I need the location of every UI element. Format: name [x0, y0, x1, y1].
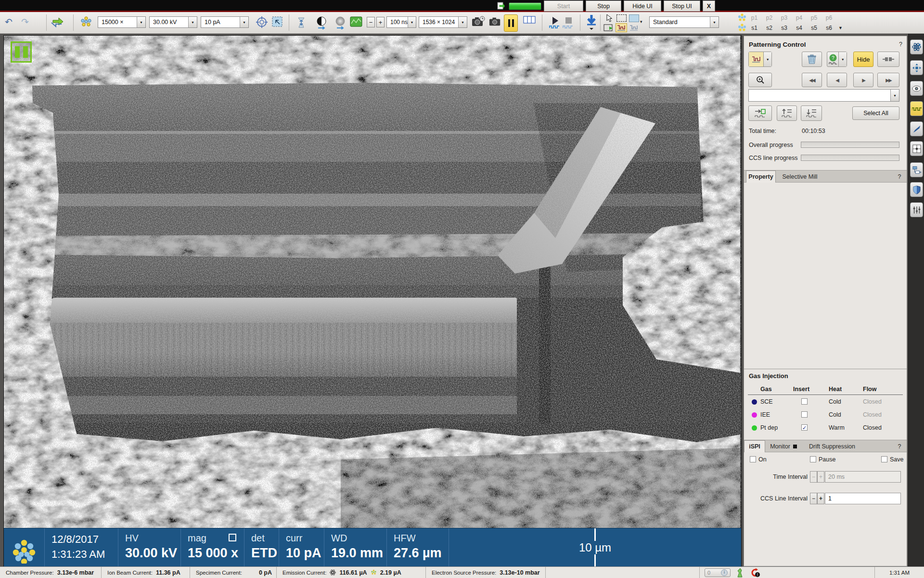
redo-icon[interactable]: ↷: [21, 16, 29, 27]
preset-s1[interactable]: s1: [747, 25, 762, 31]
last-pattern-button[interactable]: ▶▶: [877, 73, 899, 87]
tab-ispi[interactable]: iSPI: [744, 440, 765, 452]
patterning-help-button[interactable]: ?: [899, 41, 902, 48]
dwell-decrease-button[interactable]: −: [367, 17, 375, 27]
close-panel-button[interactable]: X: [703, 0, 715, 12]
preset-p3[interactable]: p3: [777, 14, 792, 21]
ispi-help-button[interactable]: ?: [893, 440, 906, 452]
ispi-save-checkbox[interactable]: [881, 456, 887, 462]
info-icon: i: [721, 569, 728, 576]
ccs-interval-increase[interactable]: +: [817, 493, 824, 504]
beam-current-select[interactable]: 10 pA▼: [201, 16, 249, 28]
auto-focus-icon[interactable]: [295, 16, 308, 29]
reduced-area-icon[interactable]: [271, 16, 283, 27]
stop-ui-button[interactable]: Stop UI: [664, 0, 700, 12]
queue-counter[interactable]: 0 i: [705, 568, 731, 577]
voltage-select[interactable]: 30.00 kV▼: [149, 16, 197, 28]
contrast-icon[interactable]: [315, 16, 328, 29]
move-pattern-down-button[interactable]: [801, 105, 822, 121]
play-patterning-icon[interactable]: [549, 16, 561, 29]
preset-select[interactable]: Standard▼: [649, 16, 719, 28]
dwell-increase-button[interactable]: +: [376, 17, 385, 27]
pattern-help-button[interactable]: ? ▼: [827, 52, 847, 67]
property-help-button[interactable]: ?: [893, 171, 906, 183]
preset-s3[interactable]: s3: [777, 25, 792, 31]
preset-p1[interactable]: p1: [747, 14, 762, 21]
preset-s2[interactable]: s2: [762, 25, 777, 31]
ispi-pause-checkbox[interactable]: [810, 456, 816, 462]
brightness-icon[interactable]: [334, 16, 346, 29]
beam-species-icon[interactable]: [80, 16, 92, 28]
sce-insert-checkbox[interactable]: [801, 398, 808, 405]
ispi-on-checkbox[interactable]: [750, 456, 756, 462]
stop-patterning-icon[interactable]: [562, 16, 575, 29]
preset-p4[interactable]: p4: [792, 14, 807, 21]
iee-insert-checkbox[interactable]: [801, 411, 808, 418]
selection-rect-icon[interactable]: [616, 13, 627, 23]
manipulator-module-button[interactable]: [910, 121, 923, 136]
sem-image-viewport[interactable]: [4, 36, 741, 528]
tab-monitor[interactable]: Monitor: [765, 440, 802, 452]
stop-button[interactable]: Stop: [586, 0, 621, 12]
processing-module-button[interactable]: [910, 162, 923, 177]
pattern-type-caret[interactable]: ▾: [640, 19, 642, 24]
video-marker-icon[interactable]: [603, 23, 615, 32]
snapshot-icon[interactable]: [489, 16, 501, 27]
imaging-module-button[interactable]: [910, 81, 923, 96]
start-button[interactable]: Start: [544, 0, 583, 12]
ccs-line-interval-field[interactable]: 1: [825, 493, 901, 504]
refresh-alert-icon[interactable]: !: [751, 568, 760, 578]
chevron-down-icon[interactable]: ▼: [838, 26, 843, 30]
hide-patterns-button[interactable]: Hide: [853, 52, 873, 67]
pointer-tool-icon[interactable]: [603, 13, 615, 23]
mill-pattern-icon[interactable]: [628, 23, 640, 32]
patterning-module-button[interactable]: [910, 101, 923, 116]
settings-module-button[interactable]: [910, 202, 923, 217]
undo-icon[interactable]: ↶: [5, 16, 13, 27]
pause-scan-button[interactable]: [504, 14, 518, 32]
filled-rect-pattern-icon[interactable]: [628, 13, 640, 23]
zoom-pattern-button[interactable]: [748, 73, 772, 87]
tab-property[interactable]: Property: [746, 171, 776, 183]
preset-s6[interactable]: s6: [821, 25, 836, 31]
hide-ui-button[interactable]: Hide UI: [624, 0, 661, 12]
gis-status-icon[interactable]: [736, 568, 745, 578]
safety-module-button[interactable]: [910, 182, 923, 197]
dwell-time-select[interactable]: 100 ns▼: [386, 16, 416, 28]
magnification-select[interactable]: 15000 ×▼: [98, 16, 146, 28]
beam-control-module-button[interactable]: [910, 39, 923, 54]
navigation-module-button[interactable]: [910, 60, 923, 75]
first-pattern-button[interactable]: ◀◀: [802, 73, 822, 87]
preset-s5[interactable]: s5: [807, 25, 821, 31]
tab-drift-suppression[interactable]: Drift Suppression: [802, 440, 862, 452]
preset-s4[interactable]: s4: [792, 25, 807, 31]
preset-p2[interactable]: p2: [762, 14, 777, 21]
time-interval-decrease[interactable]: −: [810, 471, 817, 483]
ccs-interval-decrease[interactable]: −: [810, 493, 817, 504]
crosshair-icon[interactable]: [256, 16, 268, 28]
alignment-module-button[interactable]: [910, 141, 923, 156]
beam-toggle-icon[interactable]: [50, 16, 64, 28]
time-interval-increase[interactable]: +: [817, 471, 824, 483]
insert-pattern-icon[interactable]: [585, 14, 598, 30]
delete-pattern-button[interactable]: [802, 52, 822, 67]
link-patterns-button[interactable]: [877, 52, 899, 67]
move-pattern-up-button[interactable]: [777, 105, 797, 121]
time-interval-field[interactable]: 20 ms: [825, 471, 901, 483]
videoscope-icon[interactable]: [350, 16, 362, 27]
preset-p5[interactable]: p5: [807, 14, 821, 21]
filmstrip-icon[interactable]: [523, 16, 536, 25]
preset-p6[interactable]: p6: [821, 14, 836, 21]
snapshot-timed-icon[interactable]: [472, 16, 485, 27]
goto-pattern-button[interactable]: [748, 105, 772, 121]
mill-pattern-active-icon[interactable]: [616, 23, 627, 32]
tab-selective-mill[interactable]: Selective Mill: [776, 171, 824, 183]
pattern-list-select[interactable]: ▼: [748, 89, 899, 102]
previous-pattern-button[interactable]: ◀: [827, 73, 847, 87]
pattern-type-button[interactable]: ▼: [748, 52, 772, 67]
select-all-button[interactable]: Select All: [852, 106, 899, 120]
ptdep-insert-checkbox[interactable]: ✓: [801, 424, 808, 431]
next-pattern-button[interactable]: ▶: [853, 73, 873, 87]
resolution-select[interactable]: 1536 × 1024▼: [419, 16, 467, 28]
acquire-icon[interactable]: [497, 2, 506, 11]
